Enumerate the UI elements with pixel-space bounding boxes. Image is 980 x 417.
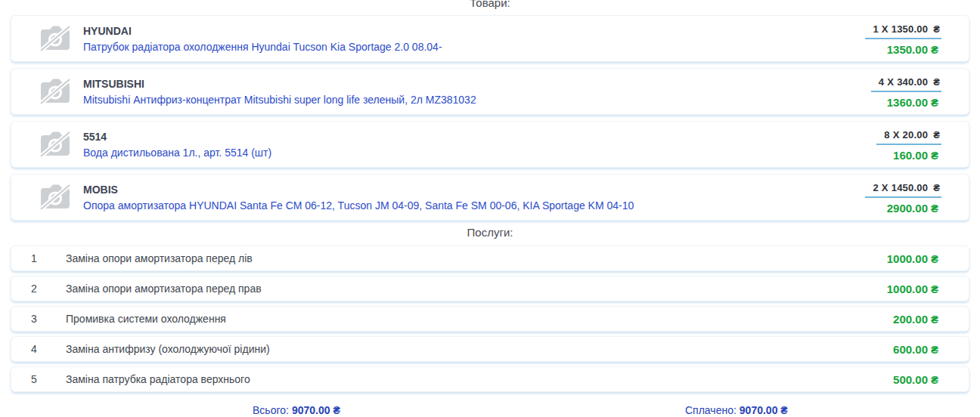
service-number: 3 [31, 313, 66, 325]
currency-sign: ₴ [931, 202, 938, 215]
service-row: 2 Заміна опори амортизатора перед прав 1… [11, 276, 969, 301]
order-page: Товари: HYUNDAI Патрубок радіатора охоло… [0, 0, 980, 417]
order-total-value: 9070.00 [292, 404, 330, 416]
currency-sign: ₴ [931, 283, 938, 295]
product-total: 1360.00₴ [871, 96, 941, 109]
times-separator: X [882, 182, 889, 193]
product-info: HYUNDAI Патрубок радіатора охолодження H… [83, 25, 865, 53]
order-total-label: Всього: [253, 404, 289, 416]
product-qty: 4 [879, 76, 884, 88]
product-total-value: 1360.00 [887, 96, 928, 109]
service-price-value: 1000.00 [887, 252, 928, 265]
currency-sign: ₴ [931, 343, 938, 356]
product-qty: 1 [873, 23, 878, 35]
product-description-link[interactable]: Опора амортизатора HYUNDAI Santa Fe CM 0… [83, 199, 850, 212]
currency-sign: ₴ [931, 43, 938, 56]
product-qty: 2 [873, 182, 878, 193]
currency-sign: ₴ [931, 252, 938, 265]
order-paid-value: 9070.00 [740, 404, 778, 416]
product-description-link[interactable]: Патрубок радіатора охолодження Hyundai T… [83, 41, 850, 53]
product-total-value: 160.00 [893, 149, 928, 162]
totals-footer: Всього:9070.00 ₴ Сплачено:9070.00 ₴ [11, 400, 969, 417]
product-price-block: 2X1450.00₴ 2900.00₴ [865, 181, 941, 215]
service-row: 4 Заміна антифризу (охолоджуючої рідини)… [11, 336, 969, 362]
services-section-title: Послуги: [11, 227, 969, 239]
service-price-value: 1000.00 [887, 283, 928, 295]
currency-sign: ₴ [933, 23, 940, 35]
product-row: MOBIS Опора амортизатора HYUNDAI Santa F… [11, 174, 969, 221]
service-name: Заміна антифризу (охолоджуючої рідини) [66, 343, 893, 355]
service-number: 2 [31, 283, 66, 295]
times-separator: X [882, 23, 889, 35]
product-brand: MOBIS [83, 184, 850, 196]
service-name: Промивка системи охолодження [66, 313, 893, 325]
products-section-title: Товари: [11, 0, 969, 9]
service-name: Заміна патрубка радіатора верхнього [66, 373, 893, 385]
product-price-block: 4X340.00₴ 1360.00₴ [871, 75, 941, 109]
product-info: MITSUBISHI Mitsubishi Антифриз-концентра… [83, 78, 871, 106]
product-total-value: 1350.00 [887, 43, 928, 56]
product-info: 5514 Вода дистильована 1л., арт. 5514 (ш… [83, 131, 876, 159]
currency-sign: ₴ [933, 76, 940, 88]
product-unit-price: 1450.00 [892, 182, 928, 193]
product-qty-line: 1X1350.00₴ [865, 23, 941, 39]
service-number: 5 [31, 373, 66, 385]
product-total-value: 2900.00 [887, 202, 928, 215]
currency-sign: ₴ [931, 313, 938, 326]
service-number: 4 [31, 343, 66, 355]
service-name: Заміна опори амортизатора перед прав [66, 283, 887, 295]
product-qty-line: 2X1450.00₴ [865, 182, 941, 198]
service-number: 1 [31, 252, 66, 264]
product-price-block: 1X1350.00₴ 1350.00₴ [865, 22, 941, 56]
service-row: 3 Промивка системи охолодження 200.00₴ [11, 306, 969, 332]
currency-sign: ₴ [933, 129, 940, 141]
service-name: Заміна опори амортизатора перед лів [66, 252, 887, 264]
product-qty: 8 [884, 129, 889, 141]
service-price: 1000.00₴ [887, 283, 938, 295]
order-paid: Сплачено:9070.00 ₴ [685, 404, 788, 416]
order-paid-label: Сплачено: [685, 404, 737, 416]
product-unit-price: 340.00 [897, 76, 928, 88]
product-row: MITSUBISHI Mitsubishi Антифриз-концентра… [11, 68, 969, 115]
product-total: 160.00₴ [876, 149, 941, 162]
product-row: 5514 Вода дистильована 1л., арт. 5514 (ш… [11, 121, 969, 168]
product-total: 2900.00₴ [865, 202, 941, 215]
times-separator: X [893, 129, 900, 141]
product-qty-line: 4X340.00₴ [871, 76, 941, 92]
product-info: MOBIS Опора амортизатора HYUNDAI Santa F… [83, 184, 865, 212]
product-unit-price: 1350.00 [892, 23, 928, 35]
product-row: HYUNDAI Патрубок радіатора охолодження H… [11, 15, 969, 62]
product-qty-line: 8X20.00₴ [876, 129, 941, 145]
service-price: 1000.00₴ [887, 252, 938, 265]
product-description-link[interactable]: Вода дистильована 1л., арт. 5514 (шт) [83, 147, 861, 159]
product-brand: HYUNDAI [83, 25, 850, 37]
product-total: 1350.00₴ [865, 43, 941, 56]
currency-sign: ₴ [333, 404, 340, 416]
product-description-link[interactable]: Mitsubishi Антифриз-концентрат Mitsubish… [83, 94, 856, 106]
product-price-block: 8X20.00₴ 160.00₴ [876, 128, 941, 162]
no-photo-camera-icon [39, 130, 72, 159]
no-photo-camera-icon [39, 77, 72, 106]
currency-sign: ₴ [931, 96, 938, 109]
no-photo-camera-icon [39, 24, 72, 53]
service-price-value: 500.00 [893, 373, 928, 386]
currency-sign: ₴ [780, 404, 787, 416]
no-photo-camera-icon [39, 183, 72, 212]
product-brand: 5514 [83, 131, 861, 143]
service-row: 1 Заміна опори амортизатора перед лів 10… [11, 246, 969, 271]
order-total: Всього:9070.00 ₴ [253, 404, 340, 416]
service-price: 500.00₴ [893, 373, 938, 386]
times-separator: X [887, 76, 894, 88]
currency-sign: ₴ [931, 373, 938, 386]
currency-sign: ₴ [933, 182, 940, 193]
service-price: 600.00₴ [893, 343, 938, 356]
service-price-value: 200.00 [893, 313, 928, 326]
service-price: 200.00₴ [893, 313, 938, 326]
currency-sign: ₴ [931, 149, 938, 162]
product-brand: MITSUBISHI [83, 78, 856, 90]
service-row: 5 Заміна патрубка радіатора верхнього 50… [11, 366, 969, 392]
product-unit-price: 20.00 [903, 129, 929, 141]
service-price-value: 600.00 [893, 343, 928, 356]
